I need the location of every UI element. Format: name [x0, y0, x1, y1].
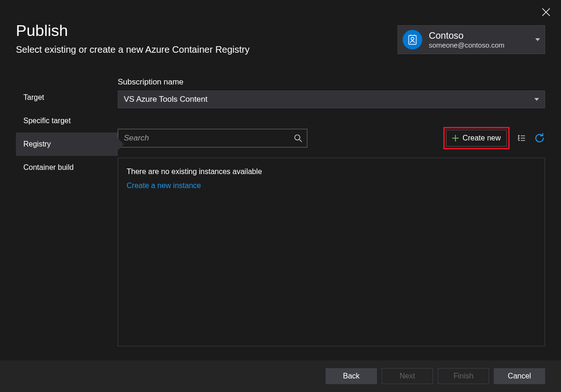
subscription-label: Subscription name	[118, 77, 545, 87]
step-registry[interactable]: Registry	[16, 133, 118, 156]
wizard-steps: Target Specific target Registry Containe…	[16, 77, 118, 345]
svg-point-6	[295, 135, 300, 140]
create-instance-link[interactable]: Create a new instance	[127, 182, 201, 190]
create-new-button[interactable]: Create new	[446, 130, 507, 147]
svg-line-7	[299, 140, 302, 142]
cancel-button[interactable]: Cancel	[494, 368, 545, 384]
chevron-down-icon	[534, 98, 539, 101]
step-target[interactable]: Target	[16, 86, 118, 109]
empty-message: There are no existing instances availabl…	[127, 168, 536, 176]
step-label: Specific target	[23, 117, 71, 125]
create-new-highlight: Create new	[443, 127, 510, 149]
step-container-build[interactable]: Container build	[16, 156, 118, 179]
step-label: Container build	[23, 163, 74, 172]
step-label: Registry	[23, 140, 51, 148]
account-selector[interactable]: Contoso someone@contoso.com	[398, 25, 545, 54]
subscription-dropdown[interactable]: VS Azure Tools Content	[118, 91, 545, 108]
account-badge-icon	[403, 30, 422, 49]
close-icon	[542, 8, 550, 16]
tree-icon	[518, 134, 526, 142]
step-label: Target	[23, 93, 44, 102]
account-name: Contoso	[429, 30, 532, 41]
chevron-down-icon	[535, 38, 540, 41]
refresh-button[interactable]	[534, 133, 545, 144]
close-button[interactable]	[540, 7, 552, 18]
wizard-footer: Back Next Finish Cancel	[0, 360, 561, 392]
svg-point-5	[411, 37, 414, 40]
search-input[interactable]	[123, 133, 294, 143]
subscription-value: VS Azure Tools Content	[124, 95, 207, 104]
tree-view-button[interactable]	[516, 133, 527, 144]
plus-icon	[452, 135, 459, 141]
results-panel: There are no existing instances availabl…	[118, 158, 545, 346]
search-input-wrapper	[118, 129, 307, 147]
finish-button: Finish	[438, 368, 489, 384]
next-button: Next	[382, 368, 433, 384]
account-email: someone@contoso.com	[429, 41, 532, 49]
back-button[interactable]: Back	[326, 368, 377, 384]
search-icon	[294, 134, 302, 142]
step-specific-target[interactable]: Specific target	[16, 109, 118, 133]
create-new-label: Create new	[462, 134, 501, 142]
refresh-icon	[534, 133, 545, 143]
